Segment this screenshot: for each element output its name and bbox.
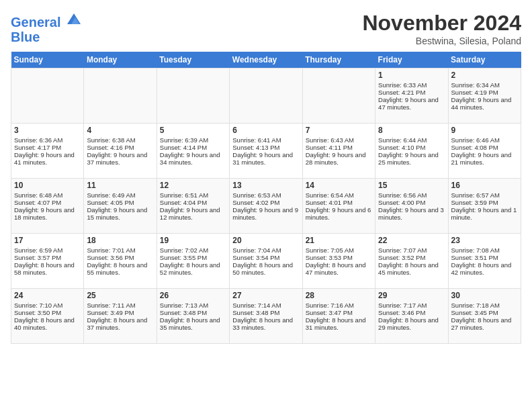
calendar-cell: 18Sunrise: 7:01 AMSunset: 3:56 PMDayligh… bbox=[84, 234, 157, 289]
calendar-cell: 4Sunrise: 6:38 AMSunset: 4:16 PMDaylight… bbox=[84, 124, 157, 179]
calendar-cell: 15Sunrise: 6:56 AMSunset: 4:00 PMDayligh… bbox=[375, 179, 448, 234]
day-info: Sunset: 3:45 PM bbox=[451, 309, 518, 316]
day-number: 17 bbox=[14, 236, 81, 245]
day-info: Sunrise: 7:11 AM bbox=[87, 302, 153, 309]
day-info: Daylight: 9 hours and 37 minutes. bbox=[87, 151, 153, 166]
month-title: November 2024 bbox=[362, 11, 521, 36]
day-info: Sunset: 3:54 PM bbox=[232, 254, 299, 261]
logo-blue: Blue bbox=[11, 30, 82, 44]
calendar-cell: 1Sunrise: 6:33 AMSunset: 4:21 PMDaylight… bbox=[375, 68, 448, 124]
col-monday: Monday bbox=[84, 52, 157, 68]
day-info: Sunset: 4:04 PM bbox=[160, 199, 226, 206]
day-info: Sunrise: 6:41 AM bbox=[232, 136, 299, 144]
day-info: Sunset: 4:10 PM bbox=[378, 144, 445, 151]
day-info: Sunrise: 7:10 AM bbox=[14, 302, 81, 309]
calendar-cell: 7Sunrise: 6:43 AMSunset: 4:11 PMDaylight… bbox=[302, 124, 375, 179]
day-info: Sunrise: 6:46 AM bbox=[451, 136, 518, 144]
day-number: 30 bbox=[451, 291, 518, 300]
calendar-cell bbox=[84, 68, 157, 124]
day-number: 4 bbox=[87, 126, 153, 135]
day-number: 18 bbox=[87, 236, 153, 245]
day-number: 2 bbox=[451, 71, 518, 80]
logo: General Blue bbox=[11, 11, 82, 44]
calendar-cell: 12Sunrise: 6:51 AMSunset: 4:04 PMDayligh… bbox=[157, 179, 229, 234]
day-info: Sunset: 4:14 PM bbox=[160, 144, 226, 151]
day-info: Sunset: 4:01 PM bbox=[306, 199, 372, 206]
day-info: Sunrise: 7:07 AM bbox=[378, 246, 445, 254]
day-info: Sunrise: 6:34 AM bbox=[451, 81, 518, 89]
col-friday: Friday bbox=[375, 52, 448, 68]
day-info: Sunset: 3:52 PM bbox=[378, 254, 445, 261]
day-number: 7 bbox=[306, 126, 372, 135]
col-wednesday: Wednesday bbox=[230, 52, 302, 68]
day-number: 26 bbox=[160, 291, 226, 300]
calendar-cell: 17Sunrise: 6:59 AMSunset: 3:57 PMDayligh… bbox=[11, 234, 84, 289]
day-info: Sunrise: 6:53 AM bbox=[232, 191, 299, 199]
day-info: Daylight: 8 hours and 29 minutes. bbox=[378, 316, 445, 331]
day-info: Daylight: 8 hours and 37 minutes. bbox=[87, 316, 153, 331]
calendar-cell: 16Sunrise: 6:57 AMSunset: 3:59 PMDayligh… bbox=[448, 179, 521, 234]
day-number: 23 bbox=[451, 236, 518, 245]
day-info: Sunrise: 6:56 AM bbox=[378, 191, 445, 199]
day-info: Daylight: 9 hours and 3 minutes. bbox=[378, 206, 445, 221]
day-number: 25 bbox=[87, 291, 153, 300]
page-container: General Blue November 2024 Bestwina, Sil… bbox=[0, 0, 532, 349]
day-number: 15 bbox=[378, 181, 445, 190]
calendar-cell: 21Sunrise: 7:05 AMSunset: 3:53 PMDayligh… bbox=[302, 234, 375, 289]
calendar-week-3: 10Sunrise: 6:48 AMSunset: 4:07 PMDayligh… bbox=[11, 179, 521, 234]
calendar-cell: 25Sunrise: 7:11 AMSunset: 3:49 PMDayligh… bbox=[84, 289, 157, 344]
day-number: 21 bbox=[306, 236, 372, 245]
day-info: Sunrise: 7:08 AM bbox=[451, 246, 518, 254]
day-number: 5 bbox=[160, 126, 226, 135]
day-info: Sunset: 3:59 PM bbox=[451, 199, 518, 206]
calendar-week-1: 1Sunrise: 6:33 AMSunset: 4:21 PMDaylight… bbox=[11, 68, 521, 124]
day-info: Daylight: 8 hours and 58 minutes. bbox=[14, 261, 81, 276]
calendar-cell: 23Sunrise: 7:08 AMSunset: 3:51 PMDayligh… bbox=[448, 234, 521, 289]
calendar-cell: 24Sunrise: 7:10 AMSunset: 3:50 PMDayligh… bbox=[11, 289, 84, 344]
day-info: Sunset: 4:13 PM bbox=[232, 144, 299, 151]
calendar-cell: 14Sunrise: 6:54 AMSunset: 4:01 PMDayligh… bbox=[302, 179, 375, 234]
calendar-week-5: 24Sunrise: 7:10 AMSunset: 3:50 PMDayligh… bbox=[11, 289, 521, 344]
day-info: Sunrise: 7:17 AM bbox=[378, 302, 445, 309]
day-info: Daylight: 9 hours and 12 minutes. bbox=[160, 206, 226, 221]
day-number: 20 bbox=[232, 236, 299, 245]
day-info: Sunrise: 6:36 AM bbox=[14, 136, 81, 144]
calendar-cell: 28Sunrise: 7:16 AMSunset: 3:47 PMDayligh… bbox=[302, 289, 375, 344]
day-info: Sunset: 3:49 PM bbox=[87, 309, 153, 316]
day-info: Sunset: 3:57 PM bbox=[14, 254, 81, 261]
header-row: Sunday Monday Tuesday Wednesday Thursday… bbox=[11, 52, 521, 68]
calendar-cell: 10Sunrise: 6:48 AMSunset: 4:07 PMDayligh… bbox=[11, 179, 84, 234]
day-number: 11 bbox=[87, 181, 153, 190]
day-info: Sunrise: 7:13 AM bbox=[160, 302, 226, 309]
day-info: Daylight: 9 hours and 34 minutes. bbox=[160, 151, 226, 166]
day-info: Sunset: 4:02 PM bbox=[232, 199, 299, 206]
day-number: 29 bbox=[378, 291, 445, 300]
day-info: Sunset: 3:53 PM bbox=[306, 254, 372, 261]
day-info: Sunrise: 6:43 AM bbox=[306, 136, 372, 144]
calendar-cell: 11Sunrise: 6:49 AMSunset: 4:05 PMDayligh… bbox=[84, 179, 157, 234]
day-number: 12 bbox=[160, 181, 226, 190]
day-info: Daylight: 8 hours and 33 minutes. bbox=[232, 316, 299, 331]
day-number: 3 bbox=[14, 126, 81, 135]
day-info: Sunrise: 6:49 AM bbox=[87, 191, 153, 199]
calendar-cell: 9Sunrise: 6:46 AMSunset: 4:08 PMDaylight… bbox=[448, 124, 521, 179]
day-info: Sunrise: 7:14 AM bbox=[232, 302, 299, 309]
day-number: 16 bbox=[451, 181, 518, 190]
day-info: Daylight: 9 hours and 6 minutes. bbox=[306, 206, 372, 221]
calendar-cell: 22Sunrise: 7:07 AMSunset: 3:52 PMDayligh… bbox=[375, 234, 448, 289]
calendar-cell bbox=[230, 68, 302, 124]
day-info: Daylight: 8 hours and 45 minutes. bbox=[378, 261, 445, 276]
day-info: Sunrise: 6:38 AM bbox=[87, 136, 153, 144]
day-info: Daylight: 8 hours and 31 minutes. bbox=[306, 316, 372, 331]
day-number: 24 bbox=[14, 291, 81, 300]
day-info: Daylight: 9 hours and 28 minutes. bbox=[306, 151, 372, 166]
day-info: Sunset: 3:55 PM bbox=[160, 254, 226, 261]
day-number: 28 bbox=[306, 291, 372, 300]
day-info: Daylight: 9 hours and 25 minutes. bbox=[378, 151, 445, 166]
day-info: Sunset: 3:56 PM bbox=[87, 254, 153, 261]
day-info: Sunrise: 7:01 AM bbox=[87, 246, 153, 254]
calendar-cell: 29Sunrise: 7:17 AMSunset: 3:46 PMDayligh… bbox=[375, 289, 448, 344]
day-info: Daylight: 8 hours and 50 minutes. bbox=[232, 261, 299, 276]
day-info: Sunset: 3:48 PM bbox=[232, 309, 299, 316]
calendar-cell: 19Sunrise: 7:02 AMSunset: 3:55 PMDayligh… bbox=[157, 234, 229, 289]
